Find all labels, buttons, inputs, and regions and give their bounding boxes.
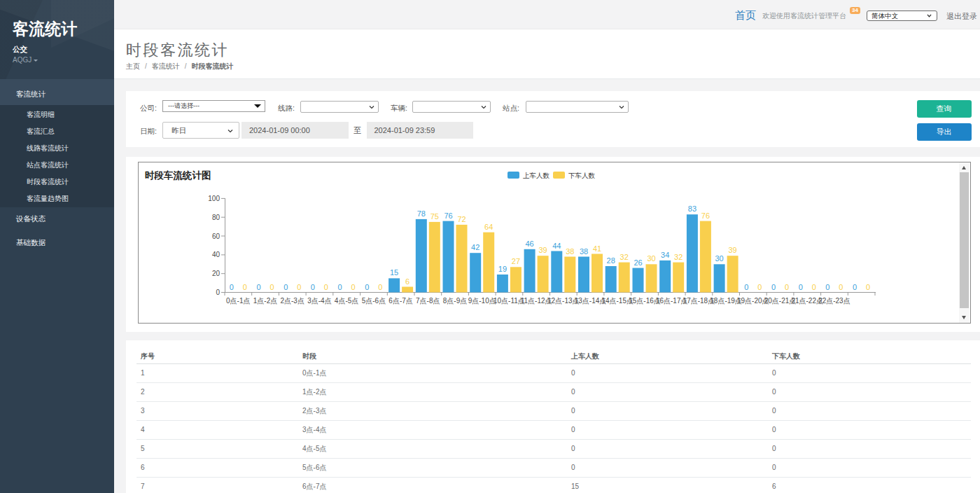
svg-text:15: 15: [390, 268, 398, 277]
svg-text:0: 0: [216, 289, 220, 296]
svg-text:72: 72: [457, 215, 465, 223]
svg-text:41: 41: [593, 244, 601, 253]
svg-text:0: 0: [812, 283, 816, 291]
svg-text:0: 0: [866, 283, 870, 291]
svg-text:76: 76: [444, 211, 452, 220]
svg-text:5点-6点: 5点-6点: [362, 297, 386, 305]
svg-text:0: 0: [311, 283, 315, 291]
svg-text:0: 0: [799, 283, 803, 291]
svg-text:6: 6: [405, 277, 410, 286]
svg-text:44: 44: [552, 242, 561, 250]
svg-text:0: 0: [785, 283, 789, 291]
svg-text:30: 30: [647, 254, 655, 263]
svg-text:9点-10点: 9点-10点: [468, 297, 496, 305]
svg-text:1点-2点: 1点-2点: [253, 297, 277, 305]
svg-text:0: 0: [378, 283, 382, 291]
svg-text:8点-9点: 8点-9点: [443, 297, 467, 305]
svg-text:7点-8点: 7点-8点: [416, 297, 440, 305]
svg-text:0点-1点: 0点-1点: [226, 297, 250, 305]
svg-text:76: 76: [701, 211, 710, 220]
svg-text:38: 38: [580, 247, 588, 256]
svg-text:0: 0: [744, 283, 748, 291]
svg-text:28: 28: [607, 256, 615, 265]
svg-text:83: 83: [688, 204, 696, 213]
svg-text:30: 30: [715, 254, 723, 263]
svg-text:0: 0: [825, 283, 830, 291]
svg-text:75: 75: [430, 212, 439, 221]
svg-text:3点-4点: 3点-4点: [307, 297, 331, 305]
svg-text:6点-7点: 6点-7点: [388, 297, 412, 305]
svg-text:0: 0: [365, 283, 369, 291]
svg-text:0: 0: [338, 283, 342, 291]
svg-text:0: 0: [351, 283, 356, 291]
svg-text:27: 27: [512, 257, 520, 265]
svg-text:32: 32: [620, 253, 629, 261]
svg-text:19: 19: [498, 265, 507, 273]
svg-text:0: 0: [853, 283, 857, 291]
svg-text:40: 40: [212, 251, 220, 258]
svg-text:2点-3点: 2点-3点: [280, 297, 304, 305]
svg-text:0: 0: [230, 283, 234, 291]
svg-text:64: 64: [484, 223, 493, 231]
svg-text:39: 39: [728, 246, 736, 254]
svg-text:0: 0: [757, 283, 762, 291]
svg-text:46: 46: [525, 239, 533, 248]
svg-text:0: 0: [839, 283, 843, 291]
svg-text:39: 39: [538, 246, 547, 254]
svg-text:0: 0: [243, 283, 247, 291]
svg-text:38: 38: [566, 247, 574, 256]
svg-text:0: 0: [771, 283, 776, 291]
svg-text:42: 42: [471, 243, 479, 251]
svg-text:60: 60: [212, 232, 220, 240]
svg-text:100: 100: [208, 195, 220, 202]
svg-text:32: 32: [674, 253, 682, 261]
svg-text:34: 34: [661, 251, 669, 259]
svg-text:78: 78: [417, 209, 426, 218]
svg-text:80: 80: [212, 214, 220, 221]
svg-text:0: 0: [256, 283, 260, 291]
svg-text:0: 0: [270, 283, 274, 291]
svg-text:0: 0: [324, 283, 328, 291]
svg-text:26: 26: [634, 258, 642, 267]
svg-text:20: 20: [212, 270, 220, 277]
svg-text:0: 0: [284, 283, 288, 291]
svg-text:4点-5点: 4点-5点: [335, 297, 358, 305]
svg-text:22点-23点: 22点-23点: [818, 297, 850, 305]
svg-text:0: 0: [297, 283, 301, 291]
